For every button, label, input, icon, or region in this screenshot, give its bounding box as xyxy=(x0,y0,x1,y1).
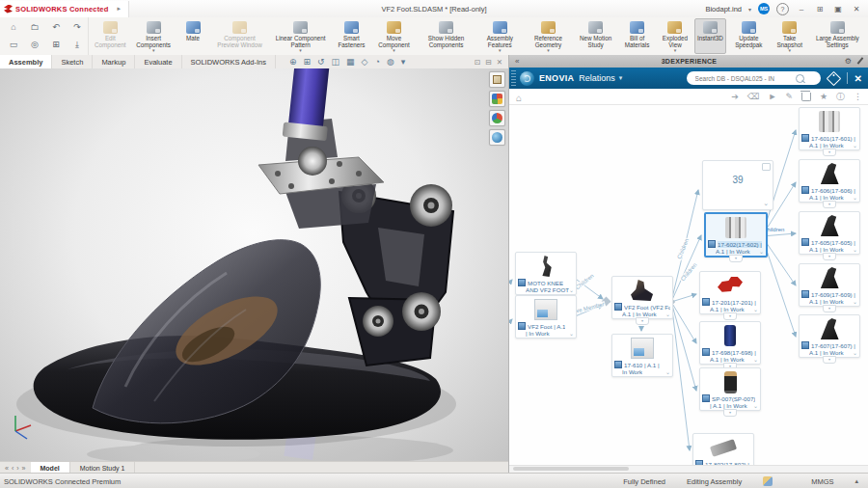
chevron-down-icon[interactable] xyxy=(853,142,857,149)
ribbon-button-exploded-view[interactable]: Exploded View▾ xyxy=(657,18,693,54)
graph-node-17-605[interactable]: 17-605(17-605) | A.1 | In Work xyxy=(799,211,860,255)
dropdown-caret-icon[interactable]: ▾ xyxy=(299,48,302,53)
ribbon-button-instant3d[interactable]: Instant3D xyxy=(694,18,726,54)
graphics-viewport[interactable] xyxy=(0,68,508,461)
tab-evaluate[interactable]: Evaluate xyxy=(135,55,181,68)
dropdown-caret-icon[interactable]: ▾ xyxy=(547,48,550,53)
expand-handle[interactable] xyxy=(723,312,737,320)
chevron-down-icon[interactable] xyxy=(853,194,857,201)
chevron-down-icon[interactable] xyxy=(665,368,670,375)
graph-node-17-602-selected[interactable]: 17-602(17-602) | A.1 | In Work xyxy=(704,212,768,258)
info-icon[interactable]: ⓘ xyxy=(836,91,845,103)
chevron-down-icon[interactable] xyxy=(763,200,769,207)
account-name[interactable]: Biodapt.ind xyxy=(705,5,742,14)
panel-horizontal-scrollbar[interactable] xyxy=(509,465,868,473)
status-units-caret-icon[interactable]: ▴ xyxy=(854,477,858,485)
appearance-icon[interactable]: ◔ xyxy=(375,57,380,67)
doc-restore-icon[interactable]: ⊡ xyxy=(475,58,480,67)
ribbon-button-take-snapshot[interactable]: Take Snapshot▾ xyxy=(772,18,808,54)
ribbon-button-bill-of-materials[interactable]: Bill of Materials xyxy=(618,18,656,54)
dropdown-caret-icon[interactable]: ▾ xyxy=(152,48,155,53)
3dexperience-compass-icon[interactable] xyxy=(520,71,534,86)
view-grid-icon[interactable]: ⊞ xyxy=(52,40,60,49)
app-menu-arrow-icon[interactable]: ▸ xyxy=(118,5,122,13)
doc-minimize-icon[interactable]: ⊟ xyxy=(485,58,491,67)
display-manager-icon[interactable] xyxy=(489,110,505,126)
tab-solidworks-add-ins[interactable]: SOLIDWORKS Add-Ins xyxy=(182,55,276,68)
ribbon-button-linear-component-pattern[interactable]: Linear Component Pattern▾ xyxy=(271,18,331,54)
chevron-down-icon[interactable] xyxy=(753,402,758,409)
ribbon-button-reference-geometry[interactable]: Reference Geometry▾ xyxy=(524,18,573,54)
expand-handle[interactable] xyxy=(729,255,743,262)
open-icon[interactable]: 🗀 xyxy=(31,22,40,32)
appearances-palette-icon[interactable] xyxy=(489,91,505,107)
graph-node-17-609[interactable]: 17-609(17-609) | A.1 | In Work xyxy=(799,263,860,307)
graph-node-17-606[interactable]: 17-606(17-606) | A.1 | In Work xyxy=(799,159,860,203)
redo-icon[interactable]: ↷ xyxy=(73,22,81,32)
chevron-down-icon[interactable] xyxy=(665,311,670,317)
ribbon-button-show-hidden-components[interactable]: Show Hidden Components xyxy=(417,18,476,54)
tile-windows-button[interactable] xyxy=(814,5,826,14)
ribbon-button-insert-components[interactable]: Insert Components▾ xyxy=(131,18,176,54)
favorite-star-icon[interactable]: ★ xyxy=(820,92,827,101)
more-kebab-icon[interactable]: ⋮ xyxy=(854,92,862,101)
expand-relations-icon[interactable]: ⌫ xyxy=(747,92,760,101)
search-input[interactable] xyxy=(693,74,794,83)
display-style-icon[interactable]: ▦ xyxy=(346,57,355,67)
graph-node-sp-007[interactable]: SP-007(SP-007) | A.1 | In Work xyxy=(699,367,761,411)
graph-node-group-39[interactable]: 39 xyxy=(702,160,773,210)
chevron-down-icon[interactable] xyxy=(569,286,574,293)
dropdown-caret-icon[interactable]: ▾ xyxy=(788,48,791,53)
view-dropdown-chevron-icon[interactable]: ▾ xyxy=(619,74,623,82)
panel-close-icon[interactable] xyxy=(848,73,868,84)
ribbon-button-component-preview-window[interactable]: Component Preview Window xyxy=(210,18,270,54)
section-view-icon[interactable]: ◫ xyxy=(332,57,340,67)
tab-markup[interactable]: Markup xyxy=(93,55,135,68)
ribbon-button-new-motion-study[interactable]: New Motion Study xyxy=(574,18,617,54)
chevron-down-icon[interactable] xyxy=(569,330,574,337)
graph-node-vf2-foot[interactable]: VF2 Foot (VF2 Foot) A.1 | In Work xyxy=(611,276,673,319)
delete-trash-icon[interactable] xyxy=(801,93,811,101)
minimize-button[interactable] xyxy=(796,5,807,14)
3dexperience-box-icon[interactable] xyxy=(489,71,505,88)
ribbon-button-move-component[interactable]: Move Component▾ xyxy=(372,18,415,54)
prosthetic-foot-3d-model[interactable] xyxy=(0,68,508,461)
home-icon[interactable]: ⌂ xyxy=(11,22,15,32)
expand-handle[interactable] xyxy=(823,356,836,364)
app-logo-tab[interactable]: SOLIDWORKS Connected ▸ xyxy=(0,1,129,17)
ribbon-button-update-speedpak[interactable]: Update Speedpak xyxy=(727,18,771,54)
tab-assembly[interactable]: Assembly xyxy=(0,55,52,68)
dropdown-caret-icon[interactable]: ▾ xyxy=(393,48,395,53)
expand-handle[interactable] xyxy=(823,201,836,208)
ribbon-button-edit-component[interactable]: Edit Component xyxy=(91,18,130,54)
hud-caret-icon[interactable]: ▾ xyxy=(401,57,406,67)
ribbon-button-large-assembly-settings[interactable]: Large Assembly Settings xyxy=(809,18,866,54)
graph-node-17-607[interactable]: 17-607(17-607) | A.1 | In Work xyxy=(799,314,860,358)
undo-icon[interactable]: ↶ xyxy=(52,22,60,32)
ribbon-button-assembly-features[interactable]: Assembly Features▾ xyxy=(477,18,523,54)
save-icon[interactable]: ⤓ xyxy=(75,40,79,50)
previous-view-icon[interactable]: ↺ xyxy=(317,57,325,67)
dropdown-caret-icon[interactable]: ▾ xyxy=(674,48,677,53)
doc-close-icon[interactable]: ✕ xyxy=(497,58,502,67)
tab-sketch[interactable]: Sketch xyxy=(52,55,93,68)
chevron-down-icon[interactable] xyxy=(853,246,857,253)
expand-handle[interactable] xyxy=(723,409,737,417)
home-icon[interactable] xyxy=(516,88,522,105)
chevron-down-icon[interactable] xyxy=(753,356,758,363)
relations-graph-canvas[interactable]: Children Active Member Children Children… xyxy=(509,105,868,465)
search-box[interactable] xyxy=(687,71,821,85)
tag-icon[interactable] xyxy=(826,70,841,86)
ribbon-button-mate[interactable]: Mate xyxy=(177,18,209,54)
chevron-down-icon[interactable] xyxy=(853,349,857,356)
status-units[interactable]: MMGS xyxy=(811,477,833,486)
graph-node-17-201[interactable]: 17-201(17-201) | A.1 | In Work xyxy=(699,271,761,314)
zoom-fit-icon[interactable]: ⊕ xyxy=(289,57,297,67)
enovia-view-name[interactable]: Relations xyxy=(579,73,615,83)
graph-node-vf2-foot-rep[interactable]: VF2 Foot | A.1 | In Work xyxy=(515,295,577,339)
edit-pencil-icon[interactable]: ✎ xyxy=(785,92,793,101)
chevron-down-icon[interactable] xyxy=(759,248,764,255)
chevron-down-icon[interactable] xyxy=(753,306,758,312)
expand-handle[interactable] xyxy=(823,305,836,312)
zoom-area-icon[interactable]: ⊞ xyxy=(303,57,311,67)
